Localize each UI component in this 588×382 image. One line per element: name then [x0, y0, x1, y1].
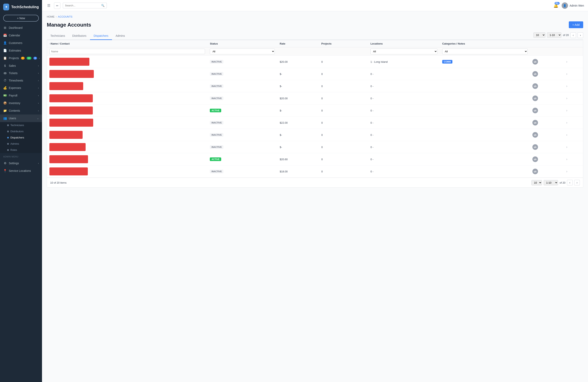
- prev-page-button-top[interactable]: ‹: [570, 32, 576, 38]
- row-arrow-icon[interactable]: ›: [566, 60, 567, 63]
- col-header-locations[interactable]: Locations: [368, 40, 440, 47]
- sidebar-item-payroll[interactable]: 💵 Payroll ‹: [0, 92, 42, 99]
- next-page-button-bottom[interactable]: ›: [574, 180, 580, 185]
- row-arrow-icon[interactable]: ›: [566, 170, 567, 173]
- table-row: ACTIVE $20.60 0 0 - qb ›: [47, 153, 583, 165]
- name-cell: [47, 141, 207, 153]
- filter-location-cell: All: [368, 47, 440, 56]
- sidebar-item-settings[interactable]: ⚙ Settings ‹: [0, 159, 42, 167]
- quickbooks-icon[interactable]: qb: [532, 132, 538, 138]
- col-header-name[interactable]: ↑Name / Contact: [47, 40, 207, 47]
- nav-cell: ›: [564, 153, 583, 165]
- sidebar-item-estimates[interactable]: 📄 Estimates: [0, 47, 42, 54]
- notification-badge: 99+: [555, 2, 560, 5]
- row-arrow-icon[interactable]: ›: [566, 133, 567, 136]
- col-header-status[interactable]: Status: [207, 40, 277, 47]
- per-page-select-bottom[interactable]: 10 25 50: [531, 180, 542, 185]
- status-filter-select[interactable]: All Active Inactive: [210, 49, 275, 54]
- of-text-top: of 20: [563, 34, 569, 37]
- new-button[interactable]: + New: [3, 15, 39, 21]
- expand-button[interactable]: ⇔: [54, 2, 60, 9]
- sidebar-item-sales[interactable]: $ Sales ‹: [0, 62, 42, 69]
- sidebar-item-admins[interactable]: Admins: [0, 141, 42, 147]
- admin-user-menu[interactable]: 👤 Admin Wen: [562, 2, 584, 9]
- tab-admins[interactable]: Admins: [112, 32, 129, 40]
- row-arrow-icon[interactable]: ›: [566, 157, 567, 161]
- sidebar-item-dispatchers[interactable]: Dispatchers: [0, 134, 42, 141]
- menu-icon[interactable]: ☰: [46, 2, 52, 9]
- sidebar-item-calendar[interactable]: 📅 Calendar: [0, 32, 42, 39]
- sidebar-item-timesheets[interactable]: ⏱ Timesheets ‹: [0, 77, 42, 84]
- col-header-categories[interactable]: Categories / Notes: [440, 40, 530, 47]
- location-filter-select[interactable]: All: [370, 49, 437, 54]
- next-page-button-top[interactable]: ›: [578, 32, 583, 38]
- category-filter-select[interactable]: All: [442, 49, 528, 54]
- chevron-icon: ‹: [38, 87, 39, 89]
- row-arrow-icon[interactable]: ›: [566, 121, 567, 124]
- page-range-select-top[interactable]: 1-10 11-20: [547, 32, 561, 38]
- locations-cell: 0 -: [368, 68, 440, 80]
- quickbooks-icon[interactable]: qb: [532, 83, 538, 89]
- row-arrow-icon[interactable]: ›: [566, 109, 567, 112]
- sidebar-item-expenses[interactable]: 💰 Expenses ‹: [0, 84, 42, 92]
- table-row: INACTIVE $- 0 0 - qb ›: [47, 80, 583, 92]
- qb-cell: qb: [530, 56, 564, 68]
- status-badge: INACTIVE: [210, 133, 223, 137]
- sidebar-item-label: Calendar: [9, 34, 20, 37]
- sidebar-item-tickets[interactable]: 🎟 Tickets ‹: [0, 69, 42, 77]
- sidebar-item-label: Timesheets: [9, 79, 23, 82]
- quickbooks-icon[interactable]: qb: [532, 108, 538, 113]
- tab-dispatchers[interactable]: Dispatchers: [90, 32, 112, 40]
- locations-cell: 0 -: [368, 104, 440, 117]
- quickbooks-icon[interactable]: qb: [532, 71, 538, 77]
- sidebar-item-label: Sales: [9, 64, 16, 67]
- sidebar-item-roles[interactable]: Roles: [0, 147, 42, 153]
- sidebar-item-projects[interactable]: 📋 Projects 7 11 8 ‹: [0, 54, 42, 62]
- search-button[interactable]: 🔍: [99, 3, 107, 8]
- projects-badge-orange: 7: [21, 57, 25, 59]
- sidebar-item-contents[interactable]: 📁 Contents ‹: [0, 107, 42, 115]
- nav-cell: ›: [564, 68, 583, 80]
- row-arrow-icon[interactable]: ›: [566, 84, 567, 88]
- sidebar-item-service-locations[interactable]: 📍 Service Locations: [0, 167, 42, 175]
- logo-text: TechScheduling: [11, 5, 39, 9]
- quickbooks-icon[interactable]: qb: [532, 96, 538, 101]
- quickbooks-icon[interactable]: qb: [532, 59, 538, 65]
- name-cell: [47, 153, 207, 165]
- status-cell: INACTIVE: [207, 68, 277, 80]
- status-badge: INACTIVE: [210, 121, 223, 124]
- tab-technicians[interactable]: Technicians: [47, 32, 69, 40]
- quickbooks-icon[interactable]: qb: [532, 169, 538, 174]
- row-arrow-icon[interactable]: ›: [566, 72, 567, 76]
- status-cell: INACTIVE: [207, 92, 277, 104]
- sidebar-item-users[interactable]: 👥 Users ⌄: [0, 115, 42, 122]
- sidebar-item-customers[interactable]: 👤 Customers: [0, 39, 42, 47]
- sidebar-item-technicians[interactable]: Technicians: [0, 122, 42, 128]
- per-page-select-top[interactable]: 10 25 50 100: [533, 32, 546, 38]
- quickbooks-icon[interactable]: qb: [532, 120, 538, 125]
- tab-distributors[interactable]: Distributors: [69, 32, 90, 40]
- add-button[interactable]: + Add: [569, 21, 583, 28]
- search-input[interactable]: [63, 3, 99, 8]
- quickbooks-icon[interactable]: qb: [532, 156, 538, 162]
- name-filter-input[interactable]: [49, 49, 205, 54]
- nav-cell: ›: [564, 80, 583, 92]
- sidebar-item-distributors[interactable]: Distributors: [0, 128, 42, 134]
- page-range-select-bottom[interactable]: 1-10 11-20: [544, 180, 558, 185]
- projects-cell: 0: [319, 68, 368, 80]
- category-cell: [440, 153, 530, 165]
- row-arrow-icon[interactable]: ›: [566, 145, 567, 149]
- col-header-projects[interactable]: Projects: [319, 40, 368, 47]
- status-badge: INACTIVE: [210, 60, 223, 63]
- quickbooks-icon[interactable]: qb: [532, 144, 538, 150]
- sidebar-item-dashboard[interactable]: ⊞ Dashboard: [0, 24, 42, 32]
- col-header-rate[interactable]: Rate: [277, 40, 319, 47]
- sidebar-item-label: Contents: [9, 109, 20, 112]
- projects-cell: 0: [319, 153, 368, 165]
- chevron-icon: ‹: [38, 65, 39, 67]
- breadcrumb-home[interactable]: HOME: [47, 15, 55, 18]
- prev-page-button-bottom[interactable]: ‹: [567, 180, 573, 185]
- sidebar-item-inventory[interactable]: 📦 Inventory ‹: [0, 99, 42, 107]
- row-arrow-icon[interactable]: ›: [566, 96, 567, 100]
- notifications-button[interactable]: 🔔 99+: [553, 3, 558, 8]
